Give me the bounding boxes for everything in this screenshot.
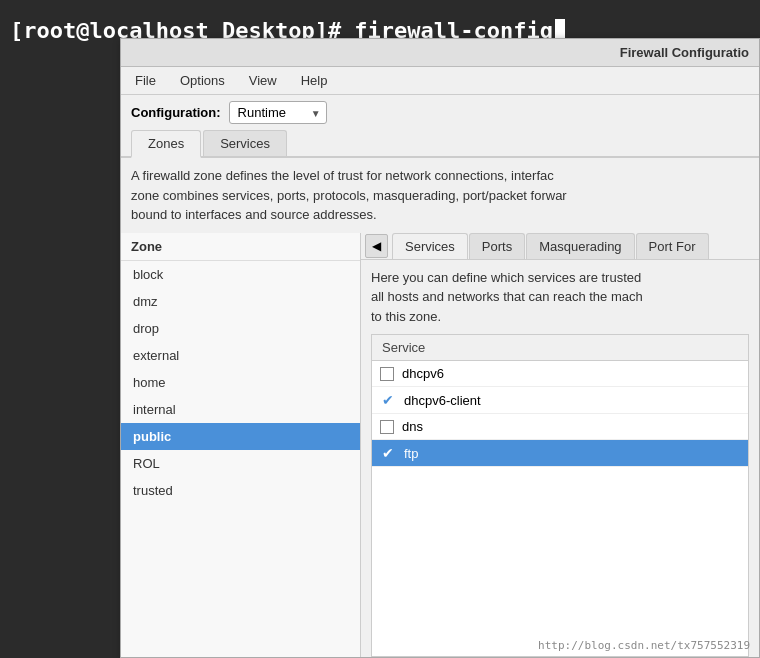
service-name-dhcpv6-client: dhcpv6-client — [404, 393, 481, 408]
service-row-dhcpv6[interactable]: dhcpv6 — [372, 361, 748, 387]
services-desc-line1: Here you can define which services are t… — [371, 268, 749, 288]
menubar: File Options View Help — [121, 67, 759, 95]
zone-description: A firewalld zone defines the level of tr… — [121, 158, 759, 233]
zone-item-drop[interactable]: drop — [121, 315, 360, 342]
zone-item-internal[interactable]: internal — [121, 396, 360, 423]
description-line2: zone combines services, ports, protocols… — [131, 186, 749, 206]
services-table-header: Service — [372, 335, 748, 361]
zone-panel: Zone block dmz drop external home — [121, 233, 361, 658]
zone-item-public[interactable]: public — [121, 423, 360, 450]
tab-services-main[interactable]: Services — [203, 130, 287, 156]
services-table: Service dhcpv6 ✔ dhcpv6-client — [371, 334, 749, 657]
description-line1: A firewalld zone defines the level of tr… — [131, 166, 749, 186]
service-name-dns: dns — [402, 419, 423, 434]
collapse-button[interactable]: ◀ — [365, 234, 388, 258]
checkbox-ftp[interactable]: ✔ — [380, 445, 396, 461]
configuration-row: Configuration: Runtime Permanent ▼ — [121, 95, 759, 130]
inner-tab-portfor[interactable]: Port For — [636, 233, 709, 259]
window-title: Firewall Configuratio — [620, 45, 749, 60]
configuration-select[interactable]: Runtime Permanent — [229, 101, 327, 124]
description-line3: bound to interfaces and source addresses… — [131, 205, 749, 225]
service-row-ftp[interactable]: ✔ ftp — [372, 440, 748, 467]
menu-view[interactable]: View — [245, 71, 281, 90]
tab-zones[interactable]: Zones — [131, 130, 201, 158]
zone-item-home[interactable]: home — [121, 369, 360, 396]
collapse-icon: ◀ — [372, 239, 381, 253]
main-content: Zone block dmz drop external home — [121, 233, 759, 658]
tab-services-main-label: Services — [220, 136, 270, 151]
window-titlebar: Firewall Configuratio — [121, 39, 759, 67]
services-desc-line2: all hosts and networks that can reach th… — [371, 287, 749, 307]
service-name-dhcpv6: dhcpv6 — [402, 366, 444, 381]
configuration-label: Configuration: — [131, 105, 221, 120]
checkmark-icon-ftp: ✔ — [382, 445, 394, 461]
checkbox-dhcpv6-client[interactable]: ✔ — [380, 392, 396, 408]
inner-tab-masquerading[interactable]: Masquerading — [526, 233, 634, 259]
service-name-ftp: ftp — [404, 446, 418, 461]
inner-tab-services[interactable]: Services — [392, 233, 468, 259]
inner-tab-ports[interactable]: Ports — [469, 233, 525, 259]
tab-zones-label: Zones — [148, 136, 184, 151]
zone-item-external[interactable]: external — [121, 342, 360, 369]
zone-item-block[interactable]: block — [121, 261, 360, 288]
menu-options[interactable]: Options — [176, 71, 229, 90]
firewall-config-window: Firewall Configuratio File Options View … — [120, 38, 760, 658]
zone-list: block dmz drop external home internal — [121, 261, 360, 658]
zone-item-dmz[interactable]: dmz — [121, 288, 360, 315]
main-tabs-row: Zones Services — [121, 130, 759, 158]
zone-item-trusted[interactable]: trusted — [121, 477, 360, 504]
service-row-dns[interactable]: dns — [372, 414, 748, 440]
services-desc-line3: to this zone. — [371, 307, 749, 327]
service-row-dhcpv6-client[interactable]: ✔ dhcpv6-client — [372, 387, 748, 414]
zone-item-rol[interactable]: ROL — [121, 450, 360, 477]
inner-tabs: Services Ports Masquerading Port For — [392, 233, 710, 259]
menu-file[interactable]: File — [131, 71, 160, 90]
checkbox-dhcpv6[interactable] — [380, 367, 394, 381]
menu-help[interactable]: Help — [297, 71, 332, 90]
inner-tabs-header: ◀ Services Ports Masquerading Port For — [361, 233, 759, 260]
services-description: Here you can define which services are t… — [361, 260, 759, 335]
zone-header: Zone — [121, 233, 360, 261]
checkbox-dns[interactable] — [380, 420, 394, 434]
configuration-select-wrapper: Runtime Permanent ▼ — [229, 101, 327, 124]
right-panel: ◀ Services Ports Masquerading Port For — [361, 233, 759, 658]
watermark: http://blog.csdn.net/tx757552319 — [538, 639, 750, 652]
checkmark-icon-dhcpv6-client: ✔ — [382, 392, 394, 408]
service-column-header: Service — [382, 340, 425, 355]
